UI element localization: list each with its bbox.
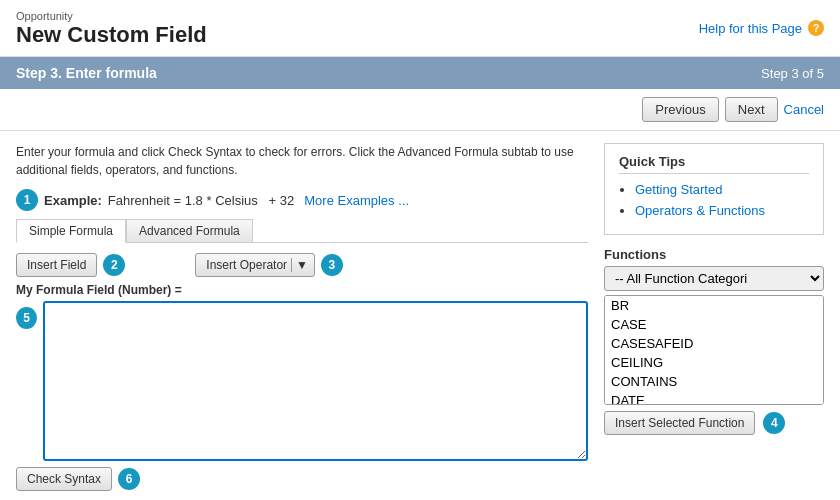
toolbar: Previous Next Cancel: [0, 89, 840, 131]
example-formula: Fahrenheit = 1.8 * Celsius + 32: [108, 193, 294, 208]
check-syntax-button[interactable]: Check Syntax: [16, 467, 112, 491]
callout-1: 1: [16, 189, 38, 211]
more-examples-link[interactable]: More Examples ...: [304, 193, 409, 208]
insert-field-group: Insert Field 2: [16, 253, 125, 277]
insert-operator-group: Insert Operator ▼ 3: [195, 253, 343, 277]
instructions-text: Enter your formula and click Check Synta…: [16, 143, 588, 179]
quick-tips-item-1: Getting Started: [635, 182, 809, 197]
quick-tips-panel: Quick Tips Getting Started Operators & F…: [604, 143, 824, 235]
functions-list[interactable]: BRCASECASESAFEIDCEILINGCONTAINSDATE: [604, 295, 824, 405]
cancel-button[interactable]: Cancel: [784, 102, 824, 117]
functions-panel: Functions -- All Function Categori BRCAS…: [604, 247, 824, 435]
formula-tabs: Simple Formula Advanced Formula: [16, 219, 588, 243]
next-button[interactable]: Next: [725, 97, 778, 122]
callout-2: 2: [103, 254, 125, 276]
insert-selected-function-button[interactable]: Insert Selected Function: [604, 411, 755, 435]
quick-tips-title: Quick Tips: [619, 154, 809, 174]
callout-4: 4: [763, 412, 785, 434]
header-subtitle: Opportunity: [16, 10, 207, 22]
header: Opportunity New Custom Field Help for th…: [0, 0, 840, 57]
quick-tips-item-2: Operators & Functions: [635, 203, 809, 218]
functions-category-select[interactable]: -- All Function Categori: [604, 266, 824, 291]
step-bar-count: Step 3 of 5: [761, 66, 824, 81]
check-syntax-row: Check Syntax 6: [16, 467, 588, 491]
formula-textarea[interactable]: [43, 301, 588, 461]
left-panel: Enter your formula and click Check Synta…: [16, 143, 588, 491]
right-panel: Quick Tips Getting Started Operators & F…: [604, 143, 824, 491]
example-label: Example:: [44, 193, 102, 208]
tab-advanced[interactable]: Advanced Formula: [126, 219, 253, 242]
tab-simple[interactable]: Simple Formula: [16, 219, 126, 243]
formula-label: My Formula Field (Number) =: [16, 283, 588, 297]
functions-label: Functions: [604, 247, 824, 262]
operators-functions-link[interactable]: Operators & Functions: [635, 203, 765, 218]
quick-tips-list: Getting Started Operators & Functions: [619, 182, 809, 218]
insert-function-row: Insert Selected Function 4: [604, 411, 824, 435]
help-icon: ?: [808, 20, 824, 36]
insert-field-button[interactable]: Insert Field: [16, 253, 97, 277]
previous-button[interactable]: Previous: [642, 97, 719, 122]
formula-area-wrapper: 5: [16, 301, 588, 461]
step-bar-title: Step 3. Enter formula: [16, 65, 157, 81]
main-content: Enter your formula and click Check Synta…: [0, 131, 840, 500]
page-title: New Custom Field: [16, 22, 207, 48]
example-row: 1 Example: Fahrenheit = 1.8 * Celsius + …: [16, 189, 588, 211]
step-bar: Step 3. Enter formula Step 3 of 5: [0, 57, 840, 89]
getting-started-link[interactable]: Getting Started: [635, 182, 722, 197]
formula-controls-row: Insert Field 2 Insert Operator ▼ 3: [16, 253, 588, 277]
callout-5: 5: [16, 307, 37, 329]
callout-3: 3: [321, 254, 343, 276]
callout-6: 6: [118, 468, 140, 490]
insert-operator-button[interactable]: Insert Operator ▼: [195, 253, 315, 277]
help-link[interactable]: Help for this Page: [699, 21, 802, 36]
